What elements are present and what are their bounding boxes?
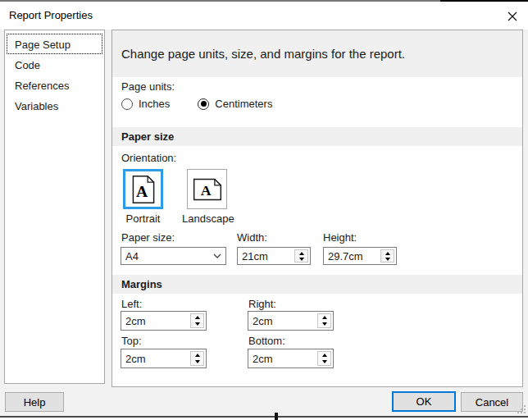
height-spinner[interactable]: 29.7cm: [323, 247, 397, 265]
landscape-label: Landscape: [182, 212, 233, 225]
margin-bottom-spinner[interactable]: 2cm: [248, 349, 334, 368]
paper-size-section-header: Paper size: [112, 127, 522, 146]
landscape-page-icon: A: [193, 178, 222, 201]
close-icon: [508, 11, 517, 21]
spin-down-icon[interactable]: [191, 321, 203, 327]
width-label: Width:: [237, 231, 267, 244]
orientation-landscape-tile[interactable]: A: [187, 169, 227, 209]
page-units-label: Page units:: [121, 80, 175, 93]
margin-top-label: Top:: [121, 335, 142, 347]
height-value: 29.7cm: [324, 248, 380, 264]
margin-left-spinner[interactable]: 2cm: [121, 311, 207, 331]
margin-top-value: 2cm: [121, 349, 190, 368]
sidebar-item-variables[interactable]: Variables: [7, 95, 102, 116]
help-button[interactable]: Help: [5, 392, 64, 412]
orientation-portrait-tile[interactable]: A: [123, 169, 163, 209]
margin-right-spin-buttons: [317, 313, 331, 328]
sidebar-item-code[interactable]: Code: [7, 54, 102, 75]
navigation-list: Page Setup Code References Variables: [4, 30, 105, 384]
spin-down-icon[interactable]: [295, 256, 307, 262]
svg-text:A: A: [136, 183, 148, 200]
title-bar: Report Properties: [0, 2, 528, 30]
radio-label: Inches: [139, 98, 170, 110]
spin-up-icon[interactable]: [295, 250, 307, 256]
sidebar-item-label: Variables: [15, 100, 58, 112]
sidebar-item-label: Page Setup: [15, 39, 71, 51]
spin-down-icon[interactable]: [318, 358, 330, 365]
sidebar-item-label: References: [15, 80, 69, 92]
radio-circle: [198, 98, 209, 110]
chevron-down-icon: [209, 253, 225, 258]
ok-button[interactable]: OK: [392, 391, 456, 412]
orientation-label: Orientation:: [121, 152, 176, 164]
dialog-title: Report Properties: [9, 9, 93, 21]
margin-left-value: 2cm: [121, 312, 190, 330]
splitter-handle[interactable]: [275, 413, 278, 420]
spin-up-icon[interactable]: [318, 314, 330, 321]
paper-size-dropdown[interactable]: A4: [121, 247, 226, 265]
margins-section-header: Margins: [112, 275, 522, 294]
spin-down-icon[interactable]: [381, 256, 394, 262]
radio-inches[interactable]: Inches: [121, 98, 170, 110]
spin-up-icon[interactable]: [318, 352, 330, 358]
page-units-group: Inches Centimeters: [121, 98, 272, 110]
margin-left-spin-buttons: [190, 313, 204, 328]
spin-up-icon[interactable]: [191, 314, 203, 321]
report-properties-dialog: Report Properties Page Setup Code Refere…: [0, 0, 528, 420]
margin-right-label: Right:: [248, 298, 276, 310]
margin-right-spinner[interactable]: 2cm: [248, 311, 334, 331]
height-spin-buttons: [380, 249, 394, 262]
sidebar-item-references[interactable]: References: [7, 75, 102, 95]
spin-up-icon[interactable]: [381, 250, 394, 256]
margin-top-spinner[interactable]: 2cm: [121, 349, 207, 368]
sidebar-item-page-setup[interactable]: Page Setup: [7, 34, 102, 54]
height-label: Height:: [323, 231, 357, 244]
margin-top-spin-buttons: [190, 351, 204, 366]
margin-bottom-label: Bottom:: [248, 335, 285, 347]
spin-up-icon[interactable]: [191, 352, 203, 358]
radio-label: Centimeters: [215, 98, 272, 110]
svg-text:A: A: [200, 182, 211, 199]
portrait-label: Portrait: [123, 212, 163, 225]
width-spinner[interactable]: 21cm: [237, 247, 311, 265]
resize-grip[interactable]: [517, 405, 526, 414]
margin-bottom-value: 2cm: [248, 349, 317, 368]
margin-bottom-spin-buttons: [317, 351, 331, 366]
radio-centimeters[interactable]: Centimeters: [198, 98, 272, 110]
margin-right-value: 2cm: [248, 312, 317, 330]
cancel-button[interactable]: Cancel: [461, 392, 523, 412]
spin-down-icon[interactable]: [191, 358, 203, 365]
paper-size-label: Paper size:: [121, 231, 175, 244]
margin-left-label: Left:: [121, 298, 142, 310]
page-setup-panel: Change page units, size, and margins for…: [112, 30, 523, 387]
portrait-page-icon: A: [132, 175, 155, 204]
close-button[interactable]: [503, 8, 521, 25]
sidebar-item-label: Code: [15, 59, 40, 71]
width-value: 21cm: [238, 248, 294, 264]
panel-description: Change page units, size, and margins for…: [112, 30, 522, 77]
paper-size-value: A4: [121, 250, 209, 262]
spin-down-icon[interactable]: [318, 321, 330, 327]
radio-circle: [121, 98, 133, 110]
width-spin-buttons: [294, 249, 308, 262]
